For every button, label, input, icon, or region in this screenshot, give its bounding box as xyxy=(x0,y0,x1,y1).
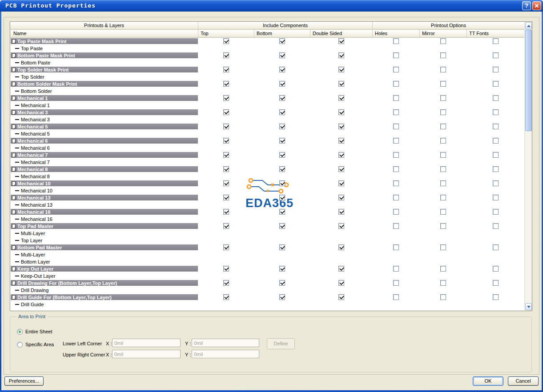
layer-row[interactable]: Mechanical 1 xyxy=(10,102,524,109)
printout-bar[interactable]: Mechanical 10 xyxy=(11,180,198,186)
printout-row[interactable]: Mechanical 6 xyxy=(10,137,524,144)
top-checkbox[interactable] xyxy=(223,280,229,286)
printout-row[interactable]: Top Pad Master xyxy=(10,223,524,230)
printout-row[interactable]: Bottom Paste Mask Print xyxy=(10,52,524,59)
ok-button[interactable]: OK xyxy=(473,376,503,386)
top-checkbox[interactable] xyxy=(223,67,229,72)
bottom-checkbox[interactable] xyxy=(279,67,285,72)
printout-row[interactable]: Top Solder Mask Print xyxy=(10,66,524,73)
bottom-checkbox[interactable] xyxy=(279,152,285,158)
top-checkbox[interactable] xyxy=(223,124,229,129)
tt-fonts-checkbox[interactable] xyxy=(493,138,499,144)
tt-fonts-checkbox[interactable] xyxy=(493,294,499,300)
bottom-checkbox[interactable] xyxy=(279,223,285,229)
tt-fonts-checkbox[interactable] xyxy=(493,166,499,172)
mirror-checkbox[interactable] xyxy=(440,109,446,115)
holes-checkbox[interactable] xyxy=(393,195,399,200)
layer-row[interactable]: Top Solder xyxy=(10,73,524,80)
layer-row[interactable]: Mechanical 10 xyxy=(10,187,524,194)
tt-fonts-checkbox[interactable] xyxy=(493,223,499,229)
holes-checkbox[interactable] xyxy=(393,209,399,215)
layer-row[interactable]: Bottom Layer xyxy=(10,258,524,265)
mirror-checkbox[interactable] xyxy=(440,280,446,286)
printout-row[interactable]: Mechanical 16 xyxy=(10,208,524,216)
layer-row[interactable]: Drill Guide xyxy=(10,301,524,308)
double-sided-checkbox[interactable] xyxy=(338,294,344,300)
double-sided-checkbox[interactable] xyxy=(338,152,344,158)
holes-checkbox[interactable] xyxy=(393,166,399,172)
printout-bar[interactable]: Mechanical 13 xyxy=(11,195,198,200)
holes-checkbox[interactable] xyxy=(393,244,399,250)
top-checkbox[interactable] xyxy=(223,138,229,144)
mirror-checkbox[interactable] xyxy=(440,95,446,101)
top-checkbox[interactable] xyxy=(223,195,229,200)
tt-fonts-checkbox[interactable] xyxy=(493,280,499,286)
printout-bar[interactable]: Top Paste Mask Print xyxy=(11,38,198,44)
printout-bar[interactable]: Drill Drawing For (Bottom Layer,Top Laye… xyxy=(11,280,198,286)
printout-bar[interactable]: Mechanical 7 xyxy=(11,152,198,158)
printout-row[interactable]: Mechanical 7 xyxy=(10,152,524,159)
double-sided-checkbox[interactable] xyxy=(338,244,344,250)
preferences-button[interactable]: Preferences... xyxy=(4,376,44,386)
printout-bar[interactable]: Keep Out Layer xyxy=(11,266,198,272)
double-sided-checkbox[interactable] xyxy=(338,52,344,58)
tt-fonts-checkbox[interactable] xyxy=(493,52,499,58)
holes-checkbox[interactable] xyxy=(393,280,399,286)
lower-left-x-input[interactable] xyxy=(112,339,181,347)
holes-checkbox[interactable] xyxy=(393,294,399,300)
bottom-checkbox[interactable] xyxy=(279,124,285,129)
tt-fonts-checkbox[interactable] xyxy=(493,152,499,158)
printout-row[interactable]: Top Paste Mask Print xyxy=(10,38,524,45)
printout-row[interactable]: Mechanical 1 xyxy=(10,95,524,102)
tt-fonts-checkbox[interactable] xyxy=(493,266,499,272)
tt-fonts-checkbox[interactable] xyxy=(493,67,499,72)
printout-bar[interactable]: Top Pad Master xyxy=(11,223,198,229)
bottom-checkbox[interactable] xyxy=(279,138,285,144)
double-sided-checkbox[interactable] xyxy=(338,95,344,101)
bottom-checkbox[interactable] xyxy=(279,294,285,300)
mirror-checkbox[interactable] xyxy=(440,52,446,58)
mirror-checkbox[interactable] xyxy=(440,81,446,87)
layer-row[interactable]: Bottom Solder xyxy=(10,88,524,95)
bottom-checkbox[interactable] xyxy=(279,38,285,44)
tt-fonts-checkbox[interactable] xyxy=(493,95,499,101)
mirror-checkbox[interactable] xyxy=(440,124,446,129)
printout-row[interactable]: Bottom Pad Master xyxy=(10,244,524,251)
layer-row[interactable]: Top Paste xyxy=(10,45,524,52)
scroll-down-button[interactable] xyxy=(525,303,532,310)
layer-row[interactable]: Keep-Out Layer xyxy=(10,272,524,280)
holes-checkbox[interactable] xyxy=(393,124,399,129)
mirror-checkbox[interactable] xyxy=(440,223,446,229)
tt-fonts-checkbox[interactable] xyxy=(493,195,499,200)
top-checkbox[interactable] xyxy=(223,294,229,300)
double-sided-checkbox[interactable] xyxy=(338,280,344,286)
cancel-button[interactable]: Cancel xyxy=(508,376,539,386)
lower-left-y-input[interactable] xyxy=(192,339,259,347)
bottom-checkbox[interactable] xyxy=(279,109,285,115)
holes-checkbox[interactable] xyxy=(393,180,399,186)
top-checkbox[interactable] xyxy=(223,166,229,172)
printout-bar[interactable]: Mechanical 16 xyxy=(11,209,198,215)
tt-fonts-checkbox[interactable] xyxy=(493,38,499,44)
top-checkbox[interactable] xyxy=(223,109,229,115)
double-sided-checkbox[interactable] xyxy=(338,67,344,72)
specific-area-label[interactable]: Specific Area xyxy=(25,342,54,347)
printout-row[interactable]: Drill Drawing For (Bottom Layer,Top Laye… xyxy=(10,280,524,287)
tt-fonts-checkbox[interactable] xyxy=(493,180,499,186)
printout-bar[interactable]: Bottom Pad Master xyxy=(11,244,198,250)
top-checkbox[interactable] xyxy=(223,81,229,87)
top-checkbox[interactable] xyxy=(223,266,229,272)
double-sided-checkbox[interactable] xyxy=(338,209,344,215)
double-sided-checkbox[interactable] xyxy=(338,109,344,115)
bottom-checkbox[interactable] xyxy=(279,280,285,286)
top-checkbox[interactable] xyxy=(223,180,229,186)
printout-bar[interactable]: Top Solder Mask Print xyxy=(11,67,198,72)
help-button[interactable]: ? xyxy=(522,1,531,10)
printout-row[interactable]: Drill Guide For (Bottom Layer,Top Layer) xyxy=(10,294,524,301)
scroll-thumb[interactable] xyxy=(525,30,532,131)
printout-row[interactable]: Mechanical 5 xyxy=(10,123,524,130)
layer-row[interactable]: Multi-Layer xyxy=(10,251,524,258)
entire-sheet-radio[interactable] xyxy=(17,329,23,335)
holes-checkbox[interactable] xyxy=(393,138,399,144)
holes-checkbox[interactable] xyxy=(393,52,399,58)
